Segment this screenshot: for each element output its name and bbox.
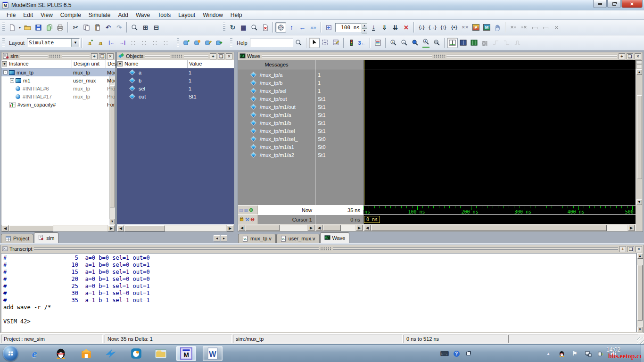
- find-in-files-icon[interactable]: [249, 22, 260, 33]
- wave-cursor-track[interactable]: 0 ns: [363, 214, 636, 224]
- expand-icon[interactable]: +: [10, 78, 14, 82]
- scroll-left-icon[interactable]: ◀: [2, 225, 8, 231]
- run-icon[interactable]: ↓: [368, 22, 379, 33]
- scroll-up-icon[interactable]: ▲: [637, 253, 643, 259]
- profile-icon[interactable]: P: [471, 22, 481, 33]
- run-length-input[interactable]: [335, 23, 362, 32]
- pointer-mode-icon[interactable]: [309, 38, 320, 48]
- scroll-left-icon[interactable]: ◀: [316, 225, 322, 231]
- scrollbar-thumb[interactable]: [323, 225, 341, 231]
- transcript-vertical-scrollbar[interactable]: ▲ ▼: [636, 253, 643, 332]
- objects-panel-header[interactable]: Objects + ❏ ×: [117, 52, 234, 60]
- panel-drag-area[interactable]: [262, 55, 432, 58]
- wave-interval-icon[interactable]: [469, 38, 479, 48]
- copy-icon[interactable]: [81, 22, 92, 33]
- panel-undock-button[interactable]: ❏: [99, 53, 106, 59]
- menu-edit[interactable]: Edit: [19, 11, 37, 19]
- view-dataflow-icon[interactable]: [192, 38, 203, 48]
- zoom-out-icon[interactable]: −: [399, 38, 410, 48]
- scroll-right-icon[interactable]: ▶: [356, 225, 363, 231]
- rerun-icon[interactable]: ↻: [227, 22, 238, 33]
- scroll-down-icon[interactable]: ▼: [109, 219, 115, 224]
- filter-icon[interactable]: ▼: [117, 61, 123, 66]
- zoom-in-icon[interactable]: +: [388, 38, 399, 48]
- collapse-tree-icon[interactable]: ⊟: [151, 22, 162, 33]
- start-button[interactable]: [3, 346, 18, 361]
- cut-icon[interactable]: ✂: [70, 22, 81, 33]
- tab-scroll-left-icon[interactable]: ◂: [214, 235, 220, 241]
- paste-icon[interactable]: [92, 22, 103, 33]
- panel-drag-area[interactable]: [62, 55, 90, 58]
- run-all-icon[interactable]: ⇊: [390, 22, 401, 33]
- panel-add-button[interactable]: +: [91, 53, 98, 59]
- wave-names-hscrollbar[interactable]: ◀ ▶: [238, 224, 315, 231]
- panel-drag-area[interactable]: [333, 247, 618, 250]
- panel-undock-button[interactable]: ❏: [218, 53, 224, 59]
- wave-messages-header[interactable]: Messages: [238, 60, 315, 69]
- back-icon[interactable]: ←: [297, 22, 308, 33]
- wave-signal-name[interactable]: /mux_tp/m1/sel: [238, 127, 315, 135]
- menu-simulate[interactable]: Simulate: [85, 11, 115, 19]
- taskbar-box-button[interactable]: [76, 346, 96, 361]
- wave-signal-name[interactable]: /mux_tp/m1/a1: [238, 143, 315, 151]
- wave-signal-name[interactable]: /mux_tp/m1/a2: [238, 151, 315, 159]
- add-dataflow-icon[interactable]: [181, 38, 192, 48]
- minimize-button[interactable]: [593, 0, 607, 8]
- expand-tree-icon[interactable]: ⊞: [140, 22, 151, 33]
- tree-row-initial17[interactable]: #INITIAL#17mux_tpProc: [1, 92, 115, 100]
- sim-horizontal-scrollbar[interactable]: ◀ ▶: [1, 224, 115, 231]
- export-dataflow-icon[interactable]: [214, 38, 224, 48]
- up-context-icon[interactable]: ↑: [286, 22, 297, 33]
- wave-signal-name[interactable]: /mux_tp/m1/a: [238, 111, 315, 119]
- menu-wave[interactable]: Wave: [132, 11, 154, 19]
- close-file-icon[interactable]: [260, 22, 271, 33]
- wave-signal-name[interactable]: /mux_tp/a: [238, 71, 315, 79]
- tray-network-icon[interactable]: [583, 349, 593, 358]
- toolbar-grip[interactable]: [177, 38, 179, 48]
- column-design-unit[interactable]: Design unit: [74, 61, 99, 66]
- panel-drag-area[interactable]: [184, 55, 208, 58]
- panel-undock-button[interactable]: ❏: [627, 53, 633, 59]
- wave-cursor-icon[interactable]: [447, 38, 458, 48]
- print-icon[interactable]: [55, 22, 66, 33]
- restart-icon[interactable]: [323, 22, 334, 33]
- right-tab-muxtpv[interactable]: VLmux_tp.v: [238, 234, 276, 243]
- right-tab-usermuxv[interactable]: VLuser_mux.v: [276, 234, 320, 243]
- break-icon[interactable]: ✕: [401, 22, 412, 33]
- panes-icon[interactable]: ▥: [244, 208, 248, 213]
- help-search-icon[interactable]: [293, 38, 304, 48]
- tree-row-initial6[interactable]: #INITIAL#6mux_tpProc: [1, 84, 115, 92]
- panel-drag-area[interactable]: [446, 55, 617, 58]
- save-icon[interactable]: [33, 22, 44, 33]
- remove-icon[interactable]: ⊖: [250, 216, 255, 222]
- step-into-icon[interactable]: {↓}: [416, 22, 427, 33]
- scroll-down-icon[interactable]: ▼: [637, 327, 643, 332]
- scroll-right-icon[interactable]: ▶: [227, 225, 233, 231]
- wave-vertical-scrollbar[interactable]: ▲ ▼: [636, 69, 643, 205]
- open-file-icon[interactable]: [22, 22, 33, 33]
- toolbar-grip[interactable]: [230, 38, 232, 48]
- tray-expand-icon[interactable]: ▲: [543, 349, 553, 358]
- now-row-icons[interactable]: ▤ ▥ ⊕: [238, 206, 258, 214]
- tray-help-icon[interactable]: ?: [451, 349, 462, 358]
- memory-profile-icon[interactable]: M: [481, 22, 492, 33]
- step-out-icon[interactable]: {↑}: [438, 22, 449, 33]
- scroll-up-icon[interactable]: ▲: [636, 69, 642, 75]
- run-length-spinner[interactable]: ▲▼: [362, 23, 367, 32]
- wave-signal-name[interactable]: /mux_tp/m1/sel_: [238, 135, 315, 143]
- taskbar-ie-button[interactable]: e: [25, 346, 44, 361]
- wave-signal-name[interactable]: /mux_tp/m1/b: [238, 119, 315, 127]
- edit-mode-icon[interactable]: [330, 38, 341, 48]
- cursor-time-box[interactable]: 0 ns: [364, 216, 380, 223]
- menu-compile[interactable]: Compile: [57, 11, 85, 19]
- new-file-arrow-icon[interactable]: ▼: [17, 22, 22, 33]
- left-tab-sim[interactable]: sim: [34, 232, 58, 243]
- scroll-left-icon[interactable]: ◀: [117, 225, 124, 231]
- transcript-panel-header[interactable]: Transcript + ❏ ×: [0, 245, 644, 253]
- tray-device-icon[interactable]: [595, 349, 605, 358]
- forward-icon[interactable]: »»: [308, 22, 319, 33]
- stop-x-icon[interactable]: ✕✕: [460, 22, 471, 33]
- tree-row-vsimcapacity[interactable]: #vsim_capacity#Fore: [1, 100, 115, 108]
- column-value[interactable]: Value: [189, 61, 202, 66]
- compass-icon[interactable]: [275, 22, 286, 33]
